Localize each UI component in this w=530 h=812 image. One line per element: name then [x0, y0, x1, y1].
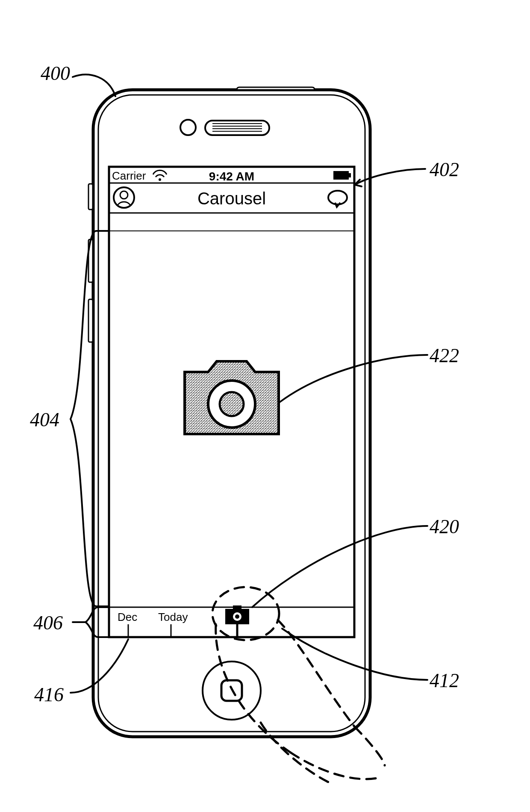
ref-404: 404: [30, 408, 59, 431]
time-label: 9:42 AM: [209, 170, 254, 183]
camera-placeholder-icon[interactable]: [185, 361, 279, 434]
svg-point-24: [114, 187, 134, 208]
ref-422: 422: [430, 344, 459, 367]
leader-400: [73, 74, 115, 96]
brace-404: [71, 231, 109, 606]
app-title: Carousel: [197, 189, 266, 208]
svg-point-34: [235, 614, 239, 619]
wifi-icon: [153, 170, 167, 181]
profile-icon[interactable]: [114, 187, 134, 208]
svg-rect-21: [333, 171, 349, 180]
ref-400: 400: [41, 62, 70, 85]
leader-420: [252, 526, 427, 607]
brace-406: [85, 607, 109, 637]
ref-412: 412: [430, 669, 459, 692]
leader-416: [71, 639, 128, 693]
svg-point-10: [180, 120, 196, 135]
ref-406: 406: [33, 611, 63, 634]
svg-point-25: [120, 191, 128, 199]
svg-point-20: [159, 178, 161, 181]
timeline-camera-handle-icon[interactable]: [225, 605, 249, 624]
nav-bar: Carousel: [109, 187, 354, 213]
svg-rect-7: [88, 184, 93, 210]
ref-420: 420: [430, 515, 459, 538]
chat-icon[interactable]: [328, 191, 347, 207]
ref-416: 416: [34, 683, 64, 706]
svg-rect-22: [349, 173, 351, 177]
battery-icon: [333, 171, 351, 180]
svg-point-29: [220, 392, 244, 416]
svg-rect-11: [205, 121, 269, 135]
status-bar: Carrier 9:42 AM: [109, 169, 354, 183]
svg-rect-9: [88, 299, 93, 342]
ref-402: 402: [430, 158, 459, 181]
timeline-today-label: Today: [158, 611, 188, 623]
carrier-label: Carrier: [112, 169, 146, 182]
timeline-month-label: Dec: [118, 611, 137, 623]
svg-rect-32: [233, 605, 241, 610]
svg-point-26: [328, 191, 347, 204]
